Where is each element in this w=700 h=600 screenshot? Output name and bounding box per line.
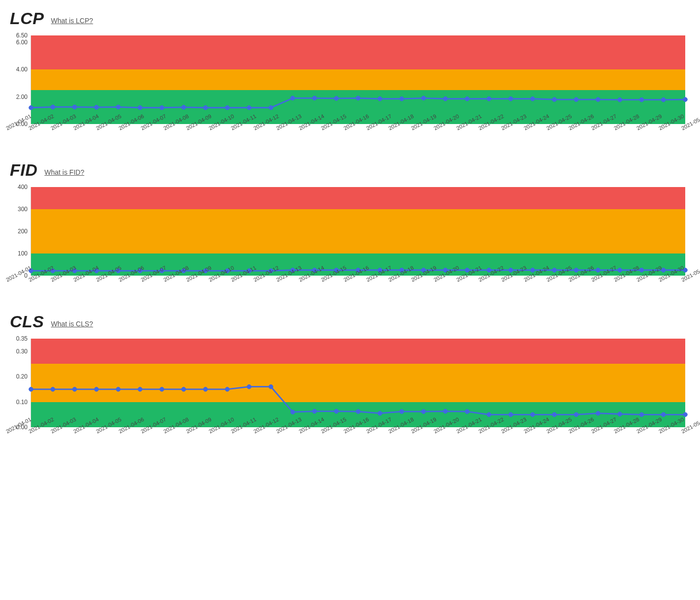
plot-area [31,339,685,427]
section-title-cls: CLS [10,313,44,330]
data-point[interactable] [247,384,252,389]
chart-lcp: 0.002.004.006.006.50 [10,35,685,124]
data-point[interactable] [531,96,535,101]
data-point[interactable] [290,96,295,100]
data-point[interactable] [29,387,33,392]
y-tick: 100 [18,250,28,257]
data-point[interactable] [661,97,666,102]
y-axis: 0.000.100.200.300.35 [10,339,31,427]
data-point[interactable] [465,410,470,414]
data-point[interactable] [618,268,622,272]
data-point[interactable] [400,410,404,414]
data-point[interactable] [618,97,622,102]
y-tick: 6.00 [16,39,28,46]
y-tick: 0.10 [16,399,28,406]
data-point[interactable] [182,387,186,392]
section-heading: FIDWhat is FID? [10,161,685,178]
data-point[interactable] [465,96,470,101]
data-point[interactable] [487,96,491,101]
data-point[interactable] [552,97,557,102]
data-point[interactable] [618,412,622,416]
data-point[interactable] [72,387,77,392]
data-point[interactable] [160,105,164,110]
y-tick: 0.20 [16,373,28,380]
data-point[interactable] [639,97,644,102]
data-point[interactable] [683,97,688,102]
data-point[interactable] [509,96,513,101]
data-point[interactable] [683,412,688,417]
data-point[interactable] [313,96,317,100]
data-point[interactable] [203,105,208,110]
data-point[interactable] [269,105,273,110]
data-point[interactable] [95,105,99,110]
chart-section-fid: FIDWhat is FID?01002003004002021-04-0120… [10,161,685,299]
data-point[interactable] [552,412,557,417]
help-link-fid[interactable]: What is FID? [44,168,84,176]
data-point[interactable] [182,105,186,110]
data-point[interactable] [95,387,99,392]
data-point[interactable] [313,409,317,413]
chart-cls: 0.000.100.200.300.35 [10,339,685,427]
y-tick: 300 [18,206,28,213]
y-tick: 0.30 [16,348,28,355]
data-markers [31,35,685,124]
section-heading: CLSWhat is CLS? [10,313,685,330]
data-point[interactable] [160,387,164,392]
y-tick: 400 [18,184,28,190]
y-axis: 0100200300400 [10,187,31,276]
data-point[interactable] [138,105,142,110]
y-tick: 2.00 [16,94,28,100]
data-point[interactable] [596,97,601,102]
help-link-lcp[interactable]: What is LCP? [51,17,94,25]
data-point[interactable] [421,410,426,414]
web-vitals-dashboard: LCPWhat is LCP?0.002.004.006.006.502021-… [0,0,700,471]
data-point[interactable] [531,412,535,417]
chart-section-lcp: LCPWhat is LCP?0.002.004.006.006.502021-… [10,10,685,148]
data-point[interactable] [203,387,208,392]
chart-fid: 0100200300400 [10,187,685,276]
data-point[interactable] [509,412,513,417]
data-point[interactable] [443,96,447,101]
data-point[interactable] [138,387,142,392]
data-point[interactable] [574,97,578,102]
data-point[interactable] [378,96,382,101]
section-title-fid: FID [10,161,37,178]
y-tick: 4.00 [16,66,28,73]
data-point[interactable] [639,412,644,417]
data-point[interactable] [400,96,404,101]
data-point[interactable] [29,105,33,110]
help-link-cls[interactable]: What is CLS? [51,320,94,328]
data-point[interactable] [639,268,644,272]
data-markers [31,339,685,427]
data-point[interactable] [225,105,229,110]
data-point[interactable] [356,410,360,414]
chart-section-cls: CLSWhat is CLS?0.000.100.200.300.352021-… [10,313,685,451]
data-point[interactable] [443,409,447,413]
data-point[interactable] [116,387,121,392]
data-point[interactable] [378,411,382,415]
data-point[interactable] [487,412,491,417]
y-tick: 0.35 [16,335,28,342]
data-point[interactable] [290,410,295,414]
data-point[interactable] [661,412,666,417]
data-point[interactable] [356,96,360,100]
data-point[interactable] [225,387,229,392]
data-markers [31,187,685,276]
data-point[interactable] [596,268,601,272]
data-point[interactable] [269,384,273,389]
data-point[interactable] [51,105,55,109]
x-axis: 2021-04-012021-04-022021-04-032021-04-04… [31,124,700,148]
data-point[interactable] [421,96,426,100]
data-point[interactable] [51,387,55,392]
data-point[interactable] [116,105,121,109]
data-point[interactable] [574,412,578,417]
y-axis: 0.002.004.006.006.50 [10,35,31,124]
x-axis: 2021-04-012021-04-022021-04-032021-04-04… [31,427,700,451]
y-tick: 200 [18,228,28,235]
plot-area [31,35,685,124]
data-point[interactable] [596,411,601,415]
data-point[interactable] [334,96,339,101]
data-point[interactable] [72,105,77,109]
data-point[interactable] [247,105,252,110]
data-point[interactable] [334,409,339,413]
